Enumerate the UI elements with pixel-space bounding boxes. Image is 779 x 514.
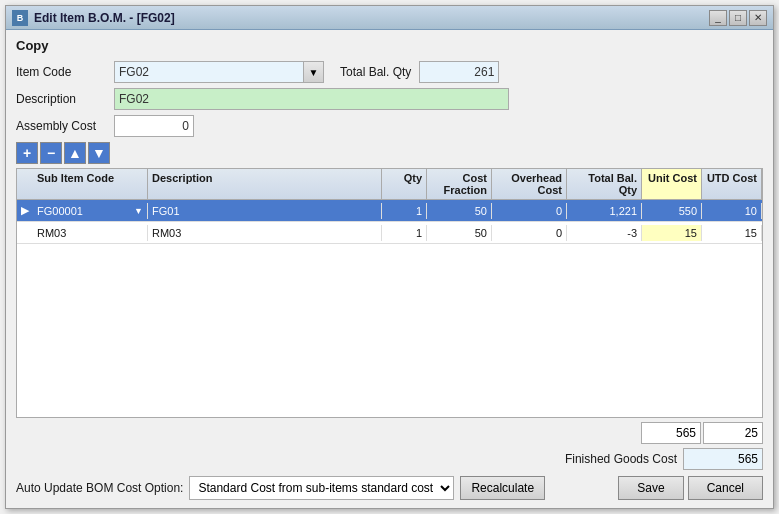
window-icon: B <box>12 10 28 26</box>
table-header: Sub Item Code Description Qty Cost Fract… <box>17 169 762 200</box>
cost-fraction-cell: 50 <box>427 225 492 241</box>
action-buttons: Save Cancel <box>618 476 763 500</box>
header-indicator <box>17 169 33 199</box>
overhead-cost-cell: 0 <box>492 203 567 219</box>
header-unit-cost: Unit Cost <box>642 169 702 199</box>
header-utd-cost: UTD Cost <box>702 169 762 199</box>
qty-cell: 1 <box>382 203 427 219</box>
auto-update-label: Auto Update BOM Cost Option: <box>16 481 183 495</box>
assembly-cost-input[interactable] <box>114 115 194 137</box>
totals-row <box>16 422 763 444</box>
header-sub-item-code: Sub Item Code <box>33 169 148 199</box>
sub-item-code-cell: FG00001 ▼ <box>33 203 148 219</box>
header-qty: Qty <box>382 169 427 199</box>
header-overhead-cost: Overhead Cost <box>492 169 567 199</box>
description-cell: FG01 <box>148 203 382 219</box>
cost-fraction-cell: 50 <box>427 203 492 219</box>
assembly-cost-label: Assembly Cost <box>16 119 106 133</box>
header-cost-fraction: Cost Fraction <box>427 169 492 199</box>
item-code-dropdown[interactable]: ▼ <box>304 61 324 83</box>
total-bal-qty-cell: -3 <box>567 225 642 241</box>
total-bal-label: Total Bal. Qty <box>340 65 411 79</box>
description-input[interactable] <box>114 88 509 110</box>
main-window: B Edit Item B.O.M. - [FG02] _ □ ✕ Copy I… <box>5 5 774 509</box>
qty-cell: 1 <box>382 225 427 241</box>
description-label: Description <box>16 92 106 106</box>
item-code-label: Item Code <box>16 65 106 79</box>
utd-cost-cell: 15 <box>702 225 762 241</box>
totals-value1-input <box>641 422 701 444</box>
sub-item-code-cell: RM03 <box>33 225 148 241</box>
total-bal-input[interactable] <box>419 61 499 83</box>
finished-goods-input <box>683 448 763 470</box>
description-cell: RM03 <box>148 225 382 241</box>
maximize-button[interactable]: □ <box>729 10 747 26</box>
utd-cost-cell: 10 <box>702 203 762 219</box>
close-button[interactable]: ✕ <box>749 10 767 26</box>
save-button[interactable]: Save <box>618 476 683 500</box>
auto-update-select[interactable]: Standard Cost from sub-items standard co… <box>189 476 454 500</box>
totals-value2-input <box>703 422 763 444</box>
move-down-button[interactable]: ▼ <box>88 142 110 164</box>
table-row[interactable]: ▶ FG00001 ▼ FG01 1 50 0 1,221 550 <box>17 200 762 222</box>
auto-update-row: Auto Update BOM Cost Option: Standard Co… <box>16 476 763 500</box>
window-title: Edit Item B.O.M. - [FG02] <box>34 11 175 25</box>
add-button[interactable]: + <box>16 142 38 164</box>
finished-goods-row: Finished Goods Cost <box>16 448 763 470</box>
bottom-section: Finished Goods Cost Auto Update BOM Cost… <box>16 422 763 500</box>
title-bar: B Edit Item B.O.M. - [FG02] _ □ ✕ <box>6 6 773 30</box>
minimize-button[interactable]: _ <box>709 10 727 26</box>
item-code-row: Item Code ▼ Total Bal. Qty <box>16 61 763 83</box>
sub-item-code-value: FG00001 <box>37 205 134 217</box>
window-body: Copy Item Code ▼ Total Bal. Qty Descript… <box>6 30 773 508</box>
total-bal-qty-cell: 1,221 <box>567 203 642 219</box>
cancel-button[interactable]: Cancel <box>688 476 763 500</box>
item-code-input[interactable] <box>114 61 304 83</box>
unit-cost-cell: 15 <box>642 225 702 241</box>
sub-item-dropdown[interactable]: ▼ <box>134 206 143 216</box>
auto-update-left: Auto Update BOM Cost Option: Standard Co… <box>16 476 545 500</box>
finished-goods-label: Finished Goods Cost <box>565 452 677 466</box>
header-total-bal-qty: Total Bal. Qty <box>567 169 642 199</box>
row-indicator: ▶ <box>17 204 33 217</box>
move-up-button[interactable]: ▲ <box>64 142 86 164</box>
unit-cost-cell: 550 <box>642 203 702 219</box>
bom-table: Sub Item Code Description Qty Cost Fract… <box>16 168 763 418</box>
recalculate-button[interactable]: Recalculate <box>460 476 545 500</box>
description-row: Description <box>16 88 763 110</box>
toolbar: + − ▲ ▼ <box>16 142 763 164</box>
overhead-cost-cell: 0 <box>492 225 567 241</box>
table-body: ▶ FG00001 ▼ FG01 1 50 0 1,221 550 <box>17 200 762 417</box>
assembly-cost-row: Assembly Cost <box>16 115 763 137</box>
table-row[interactable]: RM03 RM03 1 50 0 -3 15 15 <box>17 222 762 244</box>
window-controls: _ □ ✕ <box>709 10 767 26</box>
remove-button[interactable]: − <box>40 142 62 164</box>
header-description: Description <box>148 169 382 199</box>
item-code-field-group: ▼ <box>114 61 324 83</box>
section-title: Copy <box>16 38 763 53</box>
